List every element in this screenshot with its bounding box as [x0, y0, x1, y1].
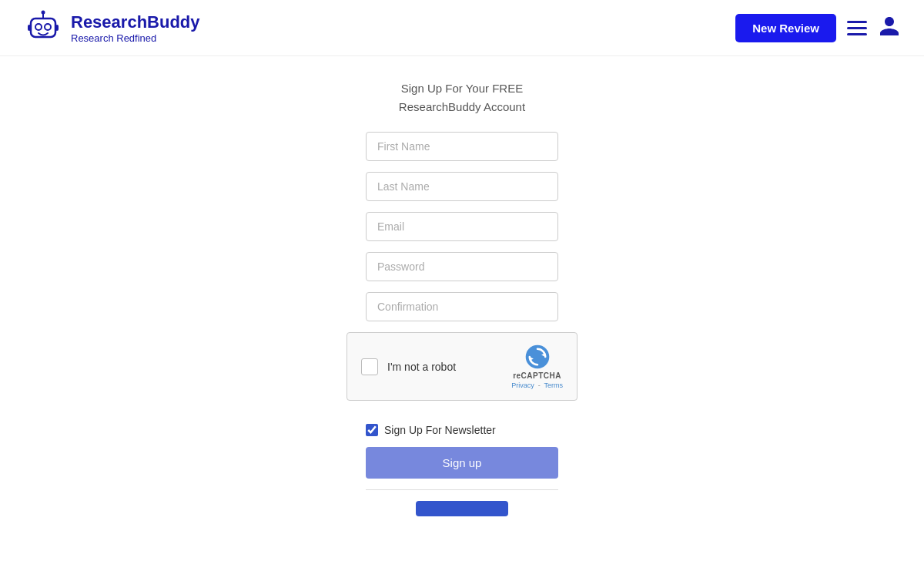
- first-name-field[interactable]: [366, 132, 558, 161]
- recaptcha-logo-icon: [524, 344, 551, 370]
- form-divider: [366, 489, 558, 490]
- user-icon[interactable]: [878, 15, 901, 41]
- newsletter-row: Sign Up For Newsletter: [366, 424, 558, 436]
- recaptcha-links: Privacy - Terms: [511, 381, 563, 389]
- newsletter-checkbox[interactable]: [366, 424, 378, 436]
- main-content: Sign Up For Your FREE ResearchBuddy Acco…: [0, 56, 924, 547]
- recaptcha-label: I'm not a robot: [387, 361, 456, 373]
- header: ResearchBuddy Research Redfined New Revi…: [0, 0, 924, 56]
- logo-subtitle: Research Redfined: [71, 32, 200, 44]
- logo-link[interactable]: ResearchBuddy Research Redfined: [23, 8, 200, 48]
- signup-button[interactable]: Sign up: [366, 447, 558, 479]
- signup-form: I'm not a robot reCAPTCHA Privacy - Term…: [192, 132, 732, 516]
- recaptcha-widget: I'm not a robot reCAPTCHA Privacy - Term…: [346, 332, 578, 401]
- bottom-action-button[interactable]: [416, 501, 508, 516]
- recaptcha-brand-label: reCAPTCHA: [513, 371, 561, 380]
- recaptcha-privacy-link[interactable]: Privacy: [511, 381, 534, 389]
- confirmation-field[interactable]: [366, 292, 558, 321]
- svg-point-4: [42, 11, 45, 15]
- signup-heading: Sign Up For Your FREE ResearchBuddy Acco…: [399, 79, 525, 116]
- svg-point-1: [35, 24, 42, 30]
- newsletter-label: Sign Up For Newsletter: [384, 424, 496, 436]
- svg-rect-6: [55, 25, 59, 31]
- last-name-field[interactable]: [366, 172, 558, 201]
- new-review-button[interactable]: New Review: [735, 14, 836, 42]
- password-field[interactable]: [366, 252, 558, 281]
- svg-point-2: [45, 24, 51, 30]
- recaptcha-terms-link[interactable]: Terms: [544, 381, 564, 389]
- header-right: New Review: [735, 14, 901, 42]
- hamburger-menu-icon[interactable]: [847, 21, 867, 35]
- logo-icon: [23, 8, 63, 48]
- email-field[interactable]: [366, 212, 558, 241]
- recaptcha-checkbox[interactable]: [361, 358, 378, 375]
- svg-rect-5: [28, 25, 31, 31]
- svg-rect-0: [31, 18, 55, 37]
- logo-title: ResearchBuddy: [71, 12, 200, 32]
